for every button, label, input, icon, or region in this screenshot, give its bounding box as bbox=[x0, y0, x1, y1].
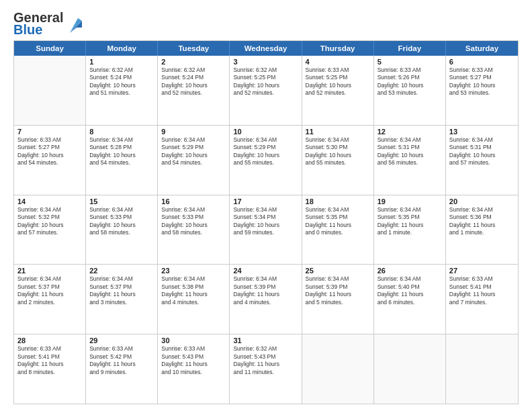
day-info-25: Sunrise: 6:34 AM Sunset: 5:39 PM Dayligh… bbox=[306, 275, 370, 306]
day-7: 7Sunrise: 6:33 AM Sunset: 5:27 PM Daylig… bbox=[14, 126, 86, 195]
day-info-23: Sunrise: 6:34 AM Sunset: 5:38 PM Dayligh… bbox=[161, 275, 226, 306]
day-16: 16Sunrise: 6:34 AM Sunset: 5:33 PM Dayli… bbox=[158, 195, 230, 265]
day-info-10: Sunrise: 6:34 AM Sunset: 5:29 PM Dayligh… bbox=[233, 136, 298, 167]
day-info-7: Sunrise: 6:33 AM Sunset: 5:27 PM Dayligh… bbox=[17, 136, 82, 167]
day-20: 20Sunrise: 6:34 AM Sunset: 5:36 PM Dayli… bbox=[446, 195, 518, 265]
day-number-3: 3 bbox=[233, 58, 298, 66]
day-12: 12Sunrise: 6:34 AM Sunset: 5:31 PM Dayli… bbox=[374, 126, 446, 195]
day-number-17: 17 bbox=[233, 197, 298, 205]
day-11: 11Sunrise: 6:34 AM Sunset: 5:30 PM Dayli… bbox=[302, 126, 374, 195]
calendar-row-5: 28Sunrise: 6:33 AM Sunset: 5:41 PM Dayli… bbox=[14, 334, 518, 404]
day-info-5: Sunrise: 6:33 AM Sunset: 5:26 PM Dayligh… bbox=[378, 66, 442, 97]
day-9: 9Sunrise: 6:34 AM Sunset: 5:29 PM Daylig… bbox=[158, 126, 230, 195]
header-tuesday: Tuesday bbox=[158, 41, 230, 56]
day-info-8: Sunrise: 6:34 AM Sunset: 5:28 PM Dayligh… bbox=[89, 136, 154, 167]
day-info-14: Sunrise: 6:34 AM Sunset: 5:32 PM Dayligh… bbox=[17, 206, 82, 237]
day-number-1: 1 bbox=[89, 58, 154, 66]
empty-cell-0-0 bbox=[14, 56, 86, 125]
day-number-23: 23 bbox=[161, 267, 226, 275]
header-thursday: Thursday bbox=[302, 41, 374, 56]
header-wednesday: Wednesday bbox=[230, 41, 302, 56]
day-number-6: 6 bbox=[449, 58, 515, 66]
day-25: 25Sunrise: 6:34 AM Sunset: 5:39 PM Dayli… bbox=[302, 265, 374, 334]
day-info-12: Sunrise: 6:34 AM Sunset: 5:31 PM Dayligh… bbox=[378, 136, 442, 167]
day-number-29: 29 bbox=[89, 336, 154, 345]
day-number-12: 12 bbox=[378, 128, 442, 136]
day-number-27: 27 bbox=[449, 267, 515, 275]
day-8: 8Sunrise: 6:34 AM Sunset: 5:28 PM Daylig… bbox=[86, 126, 158, 195]
day-info-16: Sunrise: 6:34 AM Sunset: 5:33 PM Dayligh… bbox=[161, 206, 226, 237]
day-info-24: Sunrise: 6:34 AM Sunset: 5:39 PM Dayligh… bbox=[233, 275, 298, 306]
day-27: 27Sunrise: 6:33 AM Sunset: 5:41 PM Dayli… bbox=[446, 265, 518, 334]
day-3: 3Sunrise: 6:32 AM Sunset: 5:25 PM Daylig… bbox=[230, 56, 302, 125]
day-info-27: Sunrise: 6:33 AM Sunset: 5:41 PM Dayligh… bbox=[449, 275, 515, 306]
day-21: 21Sunrise: 6:34 AM Sunset: 5:37 PM Dayli… bbox=[14, 265, 86, 334]
day-number-24: 24 bbox=[233, 267, 298, 275]
calendar-row-4: 21Sunrise: 6:34 AM Sunset: 5:37 PM Dayli… bbox=[14, 264, 518, 334]
day-number-15: 15 bbox=[89, 197, 154, 205]
day-number-18: 18 bbox=[306, 197, 370, 205]
day-info-6: Sunrise: 6:33 AM Sunset: 5:27 PM Dayligh… bbox=[449, 66, 515, 97]
day-15: 15Sunrise: 6:34 AM Sunset: 5:33 PM Dayli… bbox=[86, 195, 158, 265]
day-17: 17Sunrise: 6:34 AM Sunset: 5:34 PM Dayli… bbox=[230, 195, 302, 265]
day-19: 19Sunrise: 6:34 AM Sunset: 5:35 PM Dayli… bbox=[374, 195, 446, 265]
day-info-22: Sunrise: 6:34 AM Sunset: 5:37 PM Dayligh… bbox=[89, 275, 154, 306]
day-number-5: 5 bbox=[378, 58, 442, 66]
page: General Blue SundayMondayTuesdayWednesda… bbox=[0, 0, 532, 411]
empty-cell-4-4 bbox=[302, 334, 374, 404]
day-number-13: 13 bbox=[449, 128, 515, 136]
day-info-28: Sunrise: 6:33 AM Sunset: 5:41 PM Dayligh… bbox=[17, 345, 82, 376]
day-number-2: 2 bbox=[161, 58, 226, 66]
header-saturday: Saturday bbox=[446, 41, 518, 56]
day-number-19: 19 bbox=[378, 197, 442, 205]
day-22: 22Sunrise: 6:34 AM Sunset: 5:37 PM Dayli… bbox=[86, 265, 158, 334]
header: General Blue bbox=[13, 11, 519, 36]
day-number-8: 8 bbox=[89, 128, 154, 136]
day-number-9: 9 bbox=[161, 128, 226, 136]
day-10: 10Sunrise: 6:34 AM Sunset: 5:29 PM Dayli… bbox=[230, 126, 302, 195]
day-4: 4Sunrise: 6:33 AM Sunset: 5:25 PM Daylig… bbox=[302, 56, 374, 125]
calendar-row-2: 7Sunrise: 6:33 AM Sunset: 5:27 PM Daylig… bbox=[14, 125, 518, 195]
day-info-2: Sunrise: 6:32 AM Sunset: 5:24 PM Dayligh… bbox=[161, 66, 226, 97]
calendar: SundayMondayTuesdayWednesdayThursdayFrid… bbox=[13, 40, 519, 404]
day-info-29: Sunrise: 6:33 AM Sunset: 5:42 PM Dayligh… bbox=[89, 345, 154, 376]
empty-cell-4-5 bbox=[374, 334, 446, 404]
day-number-22: 22 bbox=[89, 267, 154, 275]
empty-cell-4-6 bbox=[446, 334, 518, 404]
header-sunday: Sunday bbox=[14, 41, 86, 56]
day-number-16: 16 bbox=[161, 197, 226, 205]
day-number-20: 20 bbox=[449, 197, 515, 205]
day-31: 31Sunrise: 6:32 AM Sunset: 5:43 PM Dayli… bbox=[230, 334, 302, 404]
day-info-18: Sunrise: 6:34 AM Sunset: 5:35 PM Dayligh… bbox=[306, 206, 370, 237]
day-info-11: Sunrise: 6:34 AM Sunset: 5:30 PM Dayligh… bbox=[306, 136, 370, 167]
day-number-10: 10 bbox=[233, 128, 298, 136]
day-number-4: 4 bbox=[306, 58, 370, 66]
day-info-21: Sunrise: 6:34 AM Sunset: 5:37 PM Dayligh… bbox=[17, 275, 82, 306]
day-24: 24Sunrise: 6:34 AM Sunset: 5:39 PM Dayli… bbox=[230, 265, 302, 334]
logo: General Blue bbox=[13, 11, 82, 36]
day-number-28: 28 bbox=[17, 336, 82, 345]
day-29: 29Sunrise: 6:33 AM Sunset: 5:42 PM Dayli… bbox=[86, 334, 158, 404]
day-info-31: Sunrise: 6:32 AM Sunset: 5:43 PM Dayligh… bbox=[233, 345, 298, 376]
day-number-31: 31 bbox=[233, 336, 298, 345]
logo-bird-icon bbox=[67, 14, 82, 33]
day-number-26: 26 bbox=[378, 267, 442, 275]
day-info-4: Sunrise: 6:33 AM Sunset: 5:25 PM Dayligh… bbox=[306, 66, 370, 97]
calendar-body: 1Sunrise: 6:32 AM Sunset: 5:24 PM Daylig… bbox=[14, 56, 518, 404]
day-info-17: Sunrise: 6:34 AM Sunset: 5:34 PM Dayligh… bbox=[233, 206, 298, 237]
day-18: 18Sunrise: 6:34 AM Sunset: 5:35 PM Dayli… bbox=[302, 195, 374, 265]
day-number-25: 25 bbox=[306, 267, 370, 275]
day-info-19: Sunrise: 6:34 AM Sunset: 5:35 PM Dayligh… bbox=[378, 206, 442, 237]
day-info-30: Sunrise: 6:33 AM Sunset: 5:43 PM Dayligh… bbox=[161, 345, 226, 376]
calendar-header: SundayMondayTuesdayWednesdayThursdayFrid… bbox=[14, 41, 518, 56]
day-number-7: 7 bbox=[17, 128, 82, 136]
day-number-14: 14 bbox=[17, 197, 82, 205]
day-number-21: 21 bbox=[17, 267, 82, 275]
day-30: 30Sunrise: 6:33 AM Sunset: 5:43 PM Dayli… bbox=[158, 334, 230, 404]
day-1: 1Sunrise: 6:32 AM Sunset: 5:24 PM Daylig… bbox=[86, 56, 158, 125]
day-13: 13Sunrise: 6:34 AM Sunset: 5:31 PM Dayli… bbox=[446, 126, 518, 195]
day-info-15: Sunrise: 6:34 AM Sunset: 5:33 PM Dayligh… bbox=[89, 206, 154, 237]
day-info-3: Sunrise: 6:32 AM Sunset: 5:25 PM Dayligh… bbox=[233, 66, 298, 97]
day-number-11: 11 bbox=[306, 128, 370, 136]
day-14: 14Sunrise: 6:34 AM Sunset: 5:32 PM Dayli… bbox=[14, 195, 86, 265]
